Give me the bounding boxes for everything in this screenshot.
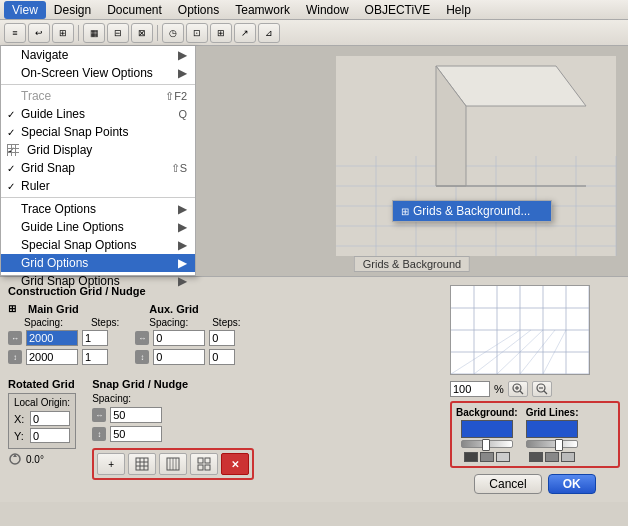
sep-2 [1, 197, 195, 198]
toolbar-btn-10[interactable]: ↗ [234, 23, 256, 43]
grids-background-label: Grids & Background [354, 256, 470, 272]
grid1-icon [135, 457, 149, 471]
menu-document[interactable]: Document [99, 1, 170, 19]
y-row: Y: [14, 428, 70, 443]
menu-guide-options[interactable]: Guide Line Options ▶ [1, 218, 195, 236]
grid-display-icon [7, 144, 19, 156]
toolbar-btn-8[interactable]: ⊡ [186, 23, 208, 43]
gl-grid-icon-1[interactable] [529, 452, 543, 462]
svg-line-48 [520, 391, 523, 394]
menu-help[interactable]: Help [438, 1, 479, 19]
menu-special-snap[interactable]: Special Snap Points [1, 123, 195, 141]
toolbar-btn-11[interactable]: ⊿ [258, 23, 280, 43]
background-color-group: Background: [456, 407, 518, 462]
local-origin-label: Local Origin: [14, 397, 70, 408]
aux-grid-row2: ↕ [135, 349, 240, 365]
x-row: X: [14, 411, 70, 426]
main-spacing-2[interactable] [26, 349, 78, 365]
main-grid-row2: ↕ [8, 349, 119, 365]
toolbar-btn-9[interactable]: ⊞ [210, 23, 232, 43]
toolbar-btn-4[interactable]: ▦ [83, 23, 105, 43]
background-swatch[interactable] [461, 420, 513, 438]
tool-grid2[interactable] [159, 453, 187, 475]
cancel-button[interactable]: Cancel [474, 474, 541, 494]
bg-grid-icon-1[interactable] [464, 452, 478, 462]
rotated-grid-group: Rotated Grid Local Origin: X: Y: 0.0° [8, 378, 76, 480]
menu-window[interactable]: Window [298, 1, 357, 19]
menu-navigate[interactable]: Navigate ▶ [1, 46, 195, 64]
menu-special-snap-options[interactable]: Special Snap Options ▶ [1, 236, 195, 254]
main-steps-1[interactable] [82, 330, 108, 346]
menu-on-screen[interactable]: On-Screen View Options ▶ [1, 64, 195, 82]
menu-trace-options[interactable]: Trace Options ▶ [1, 200, 195, 218]
menu-grid-snap-options[interactable]: Grid Snap Options ▶ [1, 272, 195, 290]
zoom-input[interactable] [450, 381, 490, 397]
main-grid-header: ⊞ Main Grid [8, 303, 119, 315]
main-grid-group: ⊞ Main Grid Spacing: Steps: ↔ ↕ [8, 303, 119, 368]
x-input[interactable] [30, 411, 70, 426]
grid2-icon [166, 457, 180, 471]
menu-trace[interactable]: Trace ⇧F2 [1, 87, 195, 105]
zoom-in-icon [512, 383, 524, 395]
menu-objective[interactable]: OBJECTiVE [357, 1, 439, 19]
vertical-icon: ↕ [8, 350, 22, 364]
toolbar: ≡ ↩ ⊞ ▦ ⊟ ⊠ ◷ ⊡ ⊞ ↗ ⊿ [0, 20, 628, 46]
toolbar-btn-1[interactable]: ≡ [4, 23, 26, 43]
toolbar-btn-7[interactable]: ◷ [162, 23, 184, 43]
zoom-row: % [450, 381, 620, 397]
tool-grid3[interactable] [190, 453, 218, 475]
bg-grid-icon-3[interactable] [496, 452, 510, 462]
snap-value-2[interactable] [110, 426, 162, 442]
snap-spacing-label: Spacing: [92, 393, 254, 404]
menu-grid-display[interactable]: Grid Display [1, 141, 195, 159]
menu-grid-options[interactable]: Grid Options ▶ [1, 254, 195, 272]
special-snap-arrow: ▶ [178, 238, 187, 252]
menu-options[interactable]: Options [170, 1, 227, 19]
main-spacing-1[interactable] [26, 330, 78, 346]
tool-add[interactable]: + [97, 453, 125, 475]
y-input[interactable] [30, 428, 70, 443]
rotation-angle-label: 0.0° [26, 454, 44, 465]
grid-section: ⊞ Main Grid Spacing: Steps: ↔ ↕ [8, 303, 442, 368]
gl-grid-icon-2[interactable] [545, 452, 559, 462]
toolbar-btn-6[interactable]: ⊠ [131, 23, 153, 43]
snap-h-icon: ↔ [92, 408, 106, 422]
main-steps-2[interactable] [82, 349, 108, 365]
tool-close[interactable]: ✕ [221, 453, 249, 475]
toolbar-btn-5[interactable]: ⊟ [107, 23, 129, 43]
menu-teamwork[interactable]: Teamwork [227, 1, 298, 19]
aux-grid-row1: ↔ [135, 330, 240, 346]
toolbar-btn-3[interactable]: ⊞ [52, 23, 74, 43]
menu-guide-lines[interactable]: Guide Lines Q [1, 105, 195, 123]
aux-steps-2[interactable] [209, 349, 235, 365]
aux-spacing-1[interactable] [153, 330, 205, 346]
toolbar-btn-2[interactable]: ↩ [28, 23, 50, 43]
zoom-in-button[interactable] [508, 381, 528, 397]
aux-steps-1[interactable] [209, 330, 235, 346]
bg-grid-icon-2[interactable] [480, 452, 494, 462]
background-slider[interactable] [461, 440, 513, 448]
grid-preview-svg [451, 286, 589, 374]
bottom-toolbar: + ✕ [92, 448, 254, 480]
tool-grid1[interactable] [128, 453, 156, 475]
dropdown-menu: Navigate ▶ On-Screen View Options ▶ Trac… [0, 46, 196, 276]
aux-spacing-2[interactable] [153, 349, 205, 365]
menu-design[interactable]: Design [46, 1, 99, 19]
dialog-section: Construction Grid / Nudge ⊞ Main Grid Sp… [0, 276, 628, 502]
sep-1 [1, 84, 195, 85]
color-row: Background: Grid Lines: [456, 407, 614, 462]
on-screen-arrow: ▶ [178, 66, 187, 80]
menu-view[interactable]: View [4, 1, 46, 19]
gridlines-slider[interactable] [526, 440, 578, 448]
zoom-out-button[interactable] [532, 381, 552, 397]
snap-value-1[interactable] [110, 407, 162, 423]
gl-grid-icon-3[interactable] [561, 452, 575, 462]
submenu-grids-background[interactable]: ⊞ Grids & Background... [393, 201, 551, 221]
main-spacing-label: Spacing: [24, 317, 63, 328]
guide-shortcut: Q [178, 108, 187, 120]
menu-grid-snap[interactable]: Grid Snap ⇧S [1, 159, 195, 177]
svg-line-52 [544, 391, 547, 394]
gridlines-swatch[interactable] [526, 420, 578, 438]
menu-ruler[interactable]: Ruler [1, 177, 195, 195]
ok-button[interactable]: OK [548, 474, 596, 494]
